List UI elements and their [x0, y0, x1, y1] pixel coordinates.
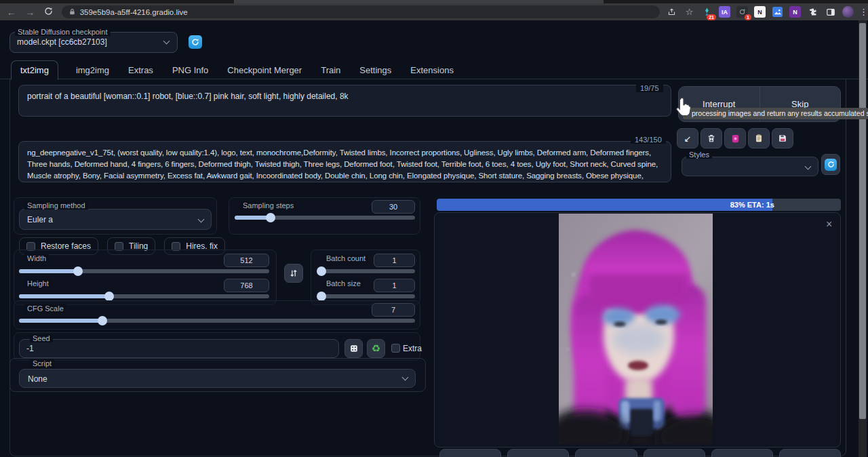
output-action-button[interactable]	[779, 449, 841, 457]
chevron-down-icon	[163, 38, 170, 45]
paste-generation-params-button[interactable]: ↙	[677, 128, 698, 148]
generated-image[interactable]	[559, 214, 713, 444]
url-text: 359e5b9a-a5ff-4216.gradio.live	[80, 8, 188, 16]
seed-input[interactable]: -1	[19, 339, 339, 358]
slider-handle[interactable]	[73, 266, 83, 276]
batch-size-slider[interactable]	[317, 294, 415, 298]
bookmark-star-icon[interactable]: ☆	[684, 6, 695, 18]
output-action-button[interactable]	[711, 449, 773, 457]
batch-count-label: Batch count	[323, 254, 368, 262]
batch-size-label: Batch size	[323, 279, 363, 287]
prompt-text: portrait of a beautiful [woman::0.1] rob…	[27, 92, 349, 101]
refresh-styles-button[interactable]	[821, 154, 840, 175]
tab-bar: txt2img img2img Extras PNG Info Checkpoi…	[11, 61, 455, 79]
share-icon[interactable]	[666, 6, 677, 18]
progress-bar: 83% ETA: 1s	[437, 199, 841, 211]
height-value[interactable]: 768	[224, 279, 269, 292]
tab-extras[interactable]: Extras	[127, 61, 155, 79]
tab-train[interactable]: Train	[319, 61, 342, 79]
sampling-steps-slider[interactable]	[235, 216, 415, 220]
slider-handle[interactable]	[317, 266, 326, 276]
prompt-input[interactable]: portrait of a beautiful [woman::0.1] rob…	[18, 85, 671, 117]
tab-checkpoint-merger[interactable]: Checkpoint Merger	[226, 61, 303, 79]
extension-teal-icon[interactable]: 21	[701, 6, 713, 18]
height-slider[interactable]	[19, 294, 269, 298]
tab-png-info[interactable]: PNG Info	[171, 61, 210, 79]
browser-menu-icon[interactable]: ⋮	[859, 7, 868, 17]
seed-label: Seed	[30, 334, 53, 342]
extension-photos-icon[interactable]	[772, 6, 783, 18]
batch-size-value[interactable]: 1	[374, 279, 415, 292]
swap-width-height-button[interactable]	[284, 264, 303, 283]
cfg-scale-value[interactable]: 7	[372, 303, 415, 317]
width-label: Width	[24, 254, 49, 262]
checkpoint-value: model.ckpt [cc6cb27103]	[17, 37, 107, 47]
slider-handle[interactable]	[317, 292, 326, 301]
seed-extra-checkbox[interactable]	[391, 344, 400, 353]
slider-handle[interactable]	[98, 316, 107, 325]
extension-badge: 21	[707, 14, 716, 20]
extra-networks-button[interactable]	[724, 128, 746, 148]
chevron-down-icon	[402, 374, 409, 381]
slider-handle[interactable]	[104, 292, 114, 301]
sampling-method-label: Sampling method	[24, 201, 88, 210]
save-style-button[interactable]	[772, 128, 793, 148]
width-slider[interactable]	[19, 269, 269, 273]
negative-token-counter: 143/150	[631, 136, 666, 144]
batch-count-value[interactable]: 1	[374, 254, 415, 267]
forward-icon[interactable]: →	[23, 7, 38, 18]
output-action-button[interactable]	[644, 449, 705, 457]
tab-extensions[interactable]: Extensions	[409, 61, 455, 79]
seed-extra-label: Extra	[403, 344, 422, 353]
cfg-scale-label: CFG Scale	[24, 304, 66, 313]
cfg-scale-slider[interactable]	[19, 319, 415, 323]
sidebar-icon[interactable]	[825, 6, 836, 18]
extension-onenote-icon[interactable]: N	[789, 6, 801, 18]
sampling-steps-value[interactable]: 30	[372, 200, 415, 214]
back-icon[interactable]: ←	[4, 7, 19, 18]
sampling-steps-label: Sampling steps	[240, 201, 296, 210]
styles-dropdown[interactable]	[682, 157, 818, 176]
address-bar[interactable]: 359e5b9a-a5ff-4216.gradio.live	[62, 5, 660, 18]
close-icon[interactable]: ×	[826, 218, 832, 231]
script-label: Script	[30, 359, 54, 367]
tab-settings[interactable]: Settings	[358, 61, 393, 79]
page: ← → 359e5b9a-a5ff-4216.gradio.live ☆ 21 …	[0, 0, 868, 457]
progress-fill	[437, 199, 772, 211]
progress-text: 83% ETA: 1s	[730, 199, 774, 211]
reload-icon[interactable]	[41, 7, 56, 18]
output-action-buttons	[439, 449, 841, 457]
clear-prompt-button[interactable]	[701, 128, 722, 148]
negative-prompt-input[interactable]: ng_deepnegative_v1_75t, (worst quality, …	[18, 141, 671, 182]
checkpoint-label: Stable Diffusion checkpoint	[15, 28, 111, 36]
random-seed-button[interactable]	[344, 339, 363, 358]
output-action-button[interactable]	[575, 449, 637, 457]
browser-toolbar: ← → 359e5b9a-a5ff-4216.gradio.live ☆ 21 …	[0, 3, 868, 20]
script-dropdown[interactable]: None	[19, 369, 416, 388]
tooltip: processing images and return any results…	[683, 108, 868, 119]
lock-icon	[68, 6, 76, 18]
prompt-tools: ↙	[677, 128, 793, 148]
chevron-down-icon	[198, 216, 205, 223]
prompt-token-counter: 19/75	[636, 84, 663, 92]
apply-styles-button[interactable]	[748, 128, 770, 148]
height-label: Height	[24, 279, 52, 287]
width-value[interactable]: 512	[224, 254, 269, 267]
tab-img2img[interactable]: img2img	[75, 61, 111, 79]
extension-ia-icon[interactable]: IA	[719, 6, 730, 18]
extension-camera-icon[interactable]: 1	[736, 6, 748, 18]
extensions-puzzle-icon[interactable]	[807, 6, 818, 18]
extension-notion-icon[interactable]: N	[754, 6, 766, 18]
extension-badge: 1	[745, 14, 751, 20]
output-action-button[interactable]	[439, 449, 501, 457]
scrollbar-thumb[interactable]	[859, 23, 866, 419]
output-action-button[interactable]	[507, 449, 569, 457]
reuse-seed-button[interactable]: ♻	[367, 339, 385, 358]
refresh-checkpoint-button[interactable]	[189, 35, 202, 49]
sampling-method-dropdown[interactable]: Euler a	[19, 209, 212, 230]
negative-prompt-text: ng_deepnegative_v1_75t, (worst quality, …	[27, 148, 658, 182]
tab-txt2img[interactable]: txt2img	[11, 60, 58, 80]
batch-count-slider[interactable]	[317, 269, 415, 273]
styles-label: Styles	[686, 151, 712, 159]
profile-avatar[interactable]	[842, 6, 854, 18]
